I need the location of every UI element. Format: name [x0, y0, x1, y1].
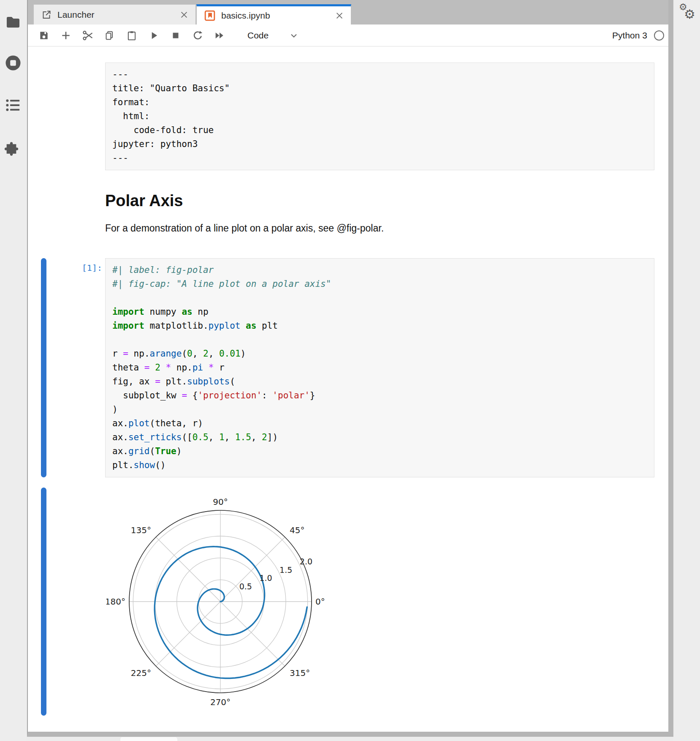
markdown-heading: Polar Axis: [105, 191, 668, 210]
theta-tick-label: 45°: [290, 525, 304, 535]
theta-tick-label: 225°: [131, 668, 151, 678]
main-dock-panel: Launcher basics.ipynb: [27, 0, 673, 737]
theta-tick-label: 135°: [131, 525, 151, 535]
theta-tick-label: 90°: [213, 497, 228, 507]
input-collapser[interactable]: [41, 258, 46, 477]
output-cell: 0°45°90°135°180°225°270°315°0.51.01.52.0: [28, 485, 668, 724]
paste-cells-icon[interactable]: [126, 30, 138, 41]
theta-tick-label: 0°: [315, 597, 325, 607]
theta-tick-label: 270°: [210, 697, 231, 707]
running-kernels-icon[interactable]: [4, 54, 22, 72]
theta-tick-label: 180°: [106, 597, 125, 607]
launcher-icon: [41, 10, 52, 20]
horizontal-scrollbar-thumb[interactable]: [120, 737, 177, 741]
property-inspector-gears-icon[interactable]: ⚙ ⚙: [678, 3, 697, 22]
restart-kernel-icon[interactable]: [192, 30, 203, 41]
cut-cells-icon[interactable]: [82, 30, 94, 41]
code-cell-editor[interactable]: #| label: fig-polar#| fig-cap: "A line p…: [105, 258, 654, 477]
output-area: 0°45°90°135°180°225°270°315°0.51.01.52.0: [105, 485, 668, 724]
yaml-cell-editor[interactable]: ---title: "Quarto Basics"format: html: c…: [105, 63, 654, 170]
close-tab-icon[interactable]: [179, 10, 189, 19]
save-button[interactable]: [38, 30, 50, 41]
run-cell-icon[interactable]: [148, 30, 160, 41]
kernel-name: Python 3: [612, 30, 647, 41]
r-tick-label: 2.0: [300, 557, 312, 566]
table-of-contents-icon[interactable]: [5, 97, 21, 113]
execution-count: [1]:: [82, 263, 102, 273]
kernel-indicator[interactable]: Python 3: [612, 30, 664, 41]
tab-basics-ipynb[interactable]: basics.ipynb: [196, 4, 351, 25]
tab-label: basics.ipynb: [221, 11, 335, 21]
code-cell: [1]: #| label: fig-polar#| fig-cap: "A l…: [28, 258, 668, 477]
tab-label: Launcher: [57, 10, 179, 20]
file-browser-icon[interactable]: [5, 14, 21, 30]
extension-manager-icon[interactable]: [5, 140, 22, 157]
chevron-down-icon: [289, 30, 299, 41]
markdown-paragraph: For a demonstration of a line plot on a …: [105, 222, 668, 234]
tab-launcher[interactable]: Launcher: [33, 4, 196, 25]
output-collapser[interactable]: [41, 488, 46, 716]
markdown-cell[interactable]: Polar Axis For a demonstration of a line…: [105, 191, 668, 234]
cell-type-value: Code: [247, 30, 269, 41]
left-activity-bar: [0, 0, 26, 741]
insert-cell-icon[interactable]: [60, 30, 72, 41]
close-tab-icon[interactable]: [335, 11, 344, 20]
theta-tick-label: 315°: [290, 668, 310, 678]
restart-run-all-icon[interactable]: [214, 30, 225, 41]
tab-bar: Launcher basics.ipynb: [28, 0, 668, 25]
r-tick-label: 1.0: [259, 573, 272, 583]
cell-type-dropdown[interactable]: Code: [247, 30, 299, 41]
r-tick-label: 0.5: [239, 582, 252, 591]
polar-line-plot: 0°45°90°135°180°225°270°315°0.51.01.52.0: [106, 485, 343, 724]
notebook-content: ---title: "Quarto Basics"format: html: c…: [28, 46, 668, 724]
right-sidebar-strip: ⚙ ⚙: [673, 0, 700, 741]
notebook-icon: [204, 10, 215, 21]
notebook-toolbar: Code Python 3: [28, 25, 668, 46]
r-tick-label: 1.5: [279, 565, 292, 575]
copy-cells-icon[interactable]: [104, 30, 116, 41]
interrupt-kernel-icon[interactable]: [170, 30, 182, 41]
kernel-status-icon: [654, 30, 664, 41]
raw-yaml-cell: ---title: "Quarto Basics"format: html: c…: [28, 63, 668, 170]
